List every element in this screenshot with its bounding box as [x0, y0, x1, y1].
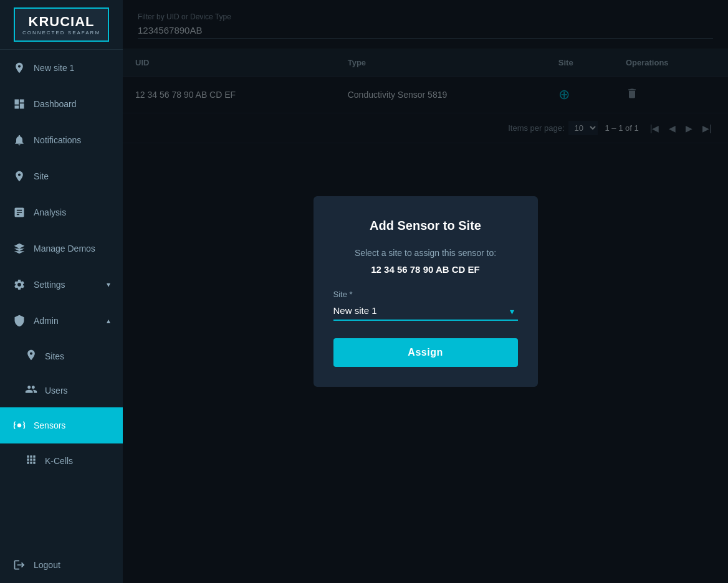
sidebar-label-dashboard: Dashboard [34, 99, 77, 109]
sidebar-item-logout[interactable]: Logout [0, 547, 123, 583]
sidebar-item-admin[interactable]: Admin ▴ [0, 303, 123, 339]
k-cells-icon [25, 453, 37, 468]
sidebar-item-notifications[interactable]: Notifications [0, 122, 123, 158]
sidebar-item-analysis[interactable]: Analysis [0, 194, 123, 230]
sidebar-label-logout: Logout [34, 560, 60, 570]
sidebar-item-manage-demos[interactable]: Manage Demos [0, 230, 123, 267]
site-select[interactable]: New site 1 [333, 301, 518, 321]
sidebar-label-analysis: Analysis [34, 207, 66, 217]
modal-uid: 12 34 56 78 90 AB CD EF [333, 264, 518, 275]
manage-demos-icon [12, 242, 26, 255]
sites-icon [25, 349, 37, 363]
main-content: Filter by UID or Device Type 1234567890A… [123, 0, 728, 583]
sidebar-label-k-cells: K-Cells [45, 456, 73, 466]
sidebar-item-site[interactable]: Site [0, 158, 123, 194]
sidebar-item-k-cells[interactable]: K-Cells [0, 443, 123, 478]
logout-icon [12, 558, 26, 572]
sidebar-label-site: Site [34, 171, 49, 181]
add-sensor-modal: Add Sensor to Site Select a site to assi… [314, 196, 538, 387]
location-pin-icon [12, 61, 26, 75]
sidebar-label-new-site: New site 1 [34, 63, 74, 73]
sidebar-label-sites: Sites [45, 351, 64, 361]
sidebar: KRUCIAL CONNECTED SEAFARM New site 1 Das… [0, 0, 123, 583]
sensor-icon [12, 419, 26, 432]
sidebar-label-notifications: Notifications [34, 135, 81, 145]
sidebar-label-users: Users [45, 386, 68, 396]
logo-sub: CONNECTED SEAFARM [22, 30, 100, 36]
assign-button[interactable]: Assign [333, 338, 518, 367]
sidebar-item-dashboard[interactable]: Dashboard [0, 86, 123, 122]
sidebar-item-new-site[interactable]: New site 1 [0, 50, 123, 86]
site-select-wrapper: New site 1 ▾ [333, 301, 518, 321]
sidebar-label-admin: Admin [34, 316, 59, 326]
users-icon [25, 383, 37, 397]
modal-title: Add Sensor to Site [333, 219, 518, 233]
admin-chevron-icon: ▴ [107, 316, 110, 325]
sidebar-item-users[interactable]: Users [0, 373, 123, 407]
bell-icon [12, 133, 26, 147]
modal-overlay: Add Sensor to Site Select a site to assi… [123, 0, 728, 583]
settings-icon [12, 278, 26, 292]
logo-main: KRUCIAL [22, 14, 100, 30]
admin-icon [12, 314, 26, 328]
sidebar-item-sensors[interactable]: Sensors [0, 407, 123, 443]
settings-chevron-icon: ▾ [107, 280, 110, 289]
dashboard-icon [12, 97, 26, 111]
site-field-label: Site * [333, 290, 518, 299]
chart-icon [12, 206, 26, 219]
sidebar-label-sensors: Sensors [34, 420, 65, 430]
sidebar-label-settings: Settings [34, 280, 65, 290]
sidebar-item-settings[interactable]: Settings ▾ [0, 267, 123, 303]
site-icon [12, 169, 26, 183]
modal-description: Select a site to assign this sensor to: [333, 248, 518, 258]
logo-area: KRUCIAL CONNECTED SEAFARM [0, 0, 123, 50]
sidebar-label-manage-demos: Manage Demos [34, 244, 95, 254]
sidebar-item-sites[interactable]: Sites [0, 339, 123, 373]
logo-box: KRUCIAL CONNECTED SEAFARM [14, 7, 109, 42]
